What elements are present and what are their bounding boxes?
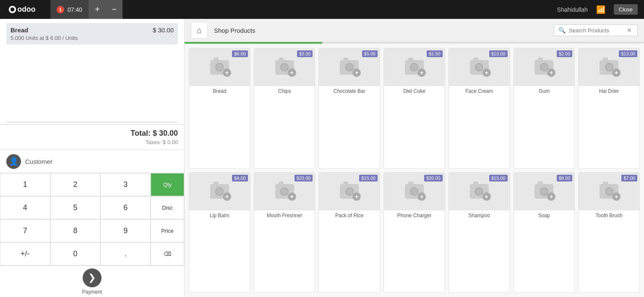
camera-bump <box>473 181 478 184</box>
num-btn-2[interactable]: 2 <box>50 173 101 196</box>
camera-icon-wrap: + <box>275 184 294 199</box>
camera-bump <box>343 58 348 60</box>
num-btn-3[interactable]: 3 <box>100 173 151 196</box>
username-label: Shahidullah <box>557 6 588 13</box>
product-card[interactable]: + $15.00 Shampoo <box>448 172 510 293</box>
num-btn-0[interactable]: 0 <box>50 242 101 265</box>
num-btn-9[interactable]: 9 <box>100 219 151 242</box>
product-price-badge: $8.00 <box>557 175 573 181</box>
product-name: Mouth Freshner <box>254 210 315 221</box>
camera-icon-wrap: + <box>210 60 229 75</box>
pos-tab[interactable]: 1 07:40 <box>50 0 89 19</box>
product-price-badge: $13.00 <box>619 50 637 57</box>
add-tab-button[interactable]: + <box>89 0 106 19</box>
product-card[interactable]: + $7.00 Tooth Brush <box>578 172 640 293</box>
order-totals: Total: $ 30.00 Taxes: $ 0.00 <box>0 124 184 150</box>
camera-icon-wrap: + <box>470 184 489 199</box>
order-items: Bread 5.000 Units at $ 6.00 / Units $ 30… <box>0 19 184 120</box>
customer-row[interactable]: 👤 Customer <box>0 150 184 173</box>
customer-label: Customer <box>25 158 52 165</box>
product-name: Chips <box>254 86 315 97</box>
num-btn-7[interactable]: 7 <box>0 219 50 242</box>
camera-lens <box>215 63 224 71</box>
products-grid: + $6.00 Bread + $3.00 Chips + <box>185 44 644 297</box>
product-card[interactable]: + $4.00 Lip Balm <box>189 172 250 293</box>
camera-lens <box>410 63 418 71</box>
camera-icon-wrap: + <box>405 184 424 199</box>
order-item-name: Bread <box>10 26 78 34</box>
num-btn-5[interactable]: 5 <box>50 196 101 219</box>
close-button[interactable]: Close <box>614 4 638 15</box>
product-card[interactable]: + $20.00 Mouth Freshner <box>254 172 315 293</box>
numpad-grid: 1 2 3 4 5 6 7 8 9 +/- 0 . Qty Disc Price <box>0 173 184 265</box>
add-product-icon: + <box>288 68 296 77</box>
camera-lens <box>605 187 613 196</box>
product-name: Hai Drier <box>579 86 639 97</box>
add-product-icon: + <box>223 192 231 201</box>
tab-area: 1 07:40 + − <box>50 0 557 19</box>
camera-bump <box>603 58 608 60</box>
num-btn-plusminus[interactable]: +/- <box>0 242 50 265</box>
camera-lens <box>475 63 483 71</box>
product-name: Gum <box>514 86 575 97</box>
search-input[interactable] <box>569 27 623 34</box>
camera-bump <box>343 181 348 184</box>
add-product-icon: + <box>612 68 621 77</box>
product-card[interactable]: + $8.00 Soap <box>514 172 575 293</box>
product-price-badge: $3.00 <box>297 50 313 57</box>
num-btn-6[interactable]: 6 <box>100 196 151 219</box>
camera-bump <box>279 58 284 60</box>
product-card[interactable]: + $3.00 Chips <box>254 48 315 169</box>
left-panel: Bread 5.000 Units at $ 6.00 / Units $ 30… <box>0 19 185 297</box>
camera-icon-wrap: + <box>600 184 618 199</box>
divider <box>6 122 178 122</box>
num-btn-8[interactable]: 8 <box>50 219 101 242</box>
product-card[interactable]: + $5.00 Chocolate Bar <box>318 48 380 169</box>
total-value: $ 30.00 <box>153 129 178 137</box>
product-card[interactable]: + $30.00 Phone Charger <box>383 172 445 293</box>
order-item-detail: 5.000 Units at $ 6.00 / Units <box>10 35 78 41</box>
top-bar: odoo 1 07:40 + − Shahidullah 📶 Close <box>0 0 644 19</box>
product-price-badge: $6.00 <box>232 50 248 57</box>
camera-icon-wrap: + <box>340 184 359 199</box>
num-btn-1[interactable]: 1 <box>0 173 50 196</box>
product-name: Chocolate Bar <box>319 86 380 97</box>
camera-icon-wrap: + <box>600 60 618 75</box>
num-btn-dot[interactable]: . <box>100 242 151 265</box>
price-button[interactable]: Price <box>151 219 184 242</box>
qty-button[interactable]: Qty <box>151 173 184 196</box>
product-card[interactable]: + $15.00 Pack of Rice <box>318 172 380 293</box>
product-price-badge: $4.00 <box>232 175 248 181</box>
tab-time: 07:40 <box>68 6 82 13</box>
taxes-label: Taxes: <box>146 139 162 145</box>
product-name: Shampoo <box>449 210 510 221</box>
remove-tab-button[interactable]: − <box>106 0 123 19</box>
camera-lens <box>280 63 289 71</box>
backspace-button[interactable]: ⌫ <box>151 242 184 265</box>
search-clear-icon[interactable]: ✕ <box>627 27 632 34</box>
payment-button[interactable]: ❯ Payment <box>82 268 102 295</box>
shop-header: ⌂ Shop Products 🔍 ✕ <box>185 19 644 42</box>
num-btn-4[interactable]: 4 <box>0 196 50 219</box>
product-card[interactable]: + $13.00 Hai Drier <box>578 48 640 169</box>
product-price-badge: $5.00 <box>362 50 378 57</box>
product-card[interactable]: + $6.00 Bread <box>189 48 250 169</box>
product-card[interactable]: + $10.00 Face Cream <box>448 48 510 169</box>
home-button[interactable]: ⌂ <box>191 22 208 39</box>
camera-icon-wrap: + <box>210 184 229 199</box>
product-card[interactable]: + $2.00 Gum <box>514 48 575 169</box>
camera-icon-wrap: + <box>275 60 294 75</box>
camera-bump <box>538 181 543 184</box>
order-item[interactable]: Bread 5.000 Units at $ 6.00 / Units $ 30… <box>6 23 178 45</box>
search-box: 🔍 ✕ <box>554 24 638 36</box>
product-price-badge: $30.00 <box>424 175 443 181</box>
product-name: Lip Balm <box>189 210 250 221</box>
product-card[interactable]: + $1.50 Diet Coke <box>383 48 445 169</box>
product-name: Pack of Rice <box>319 210 380 221</box>
add-product-icon: + <box>547 68 555 77</box>
camera-bump <box>279 181 284 184</box>
right-panel: ⌂ Shop Products 🔍 ✕ + $6.00 Bread <box>185 19 644 297</box>
disc-button[interactable]: Disc <box>151 196 184 219</box>
action-buttons: Qty Disc Price ⌫ <box>151 173 184 265</box>
order-item-price: $ 30.00 <box>153 26 174 34</box>
